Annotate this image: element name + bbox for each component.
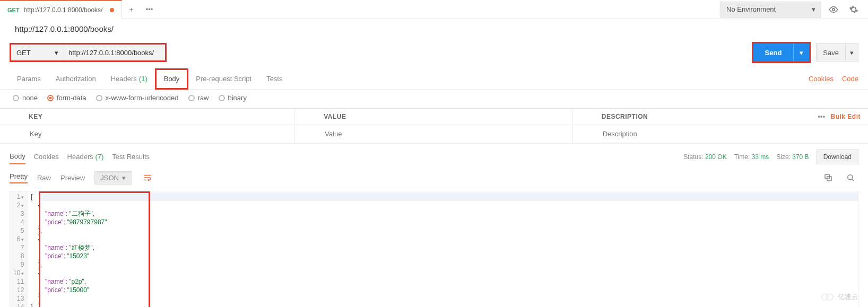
code-link[interactable]: Code — [842, 75, 858, 83]
form-data-table: KEY VALUE DESCRIPTION ••• Bulk Edit — [0, 108, 868, 143]
radio-raw[interactable]: raw — [188, 94, 209, 102]
environment-select[interactable]: No Environment ▾ — [721, 2, 821, 17]
response-tabs: Body Cookies Headers (7) Test Results St… — [0, 143, 868, 164]
settings-button[interactable] — [846, 2, 862, 17]
radio-form-data[interactable]: form-data — [47, 94, 86, 102]
new-tab-button[interactable]: ＋ — [122, 1, 140, 19]
send-caret-button[interactable]: ▾ — [793, 43, 809, 62]
tab-url: http://127.0.0.1:8000/books/ — [24, 6, 103, 14]
more-icon[interactable]: ••• — [818, 113, 825, 120]
caret-down-icon: ▾ — [122, 174, 126, 182]
method-url-group: GET ▾ — [10, 43, 167, 62]
tab-bar: GET http://127.0.0.1:8000/books/ ＋ ••• N… — [0, 0, 868, 19]
key-input[interactable] — [29, 129, 287, 138]
send-button[interactable]: Send — [753, 43, 794, 62]
resp-tab-tests[interactable]: Test Results — [112, 150, 150, 164]
viewer-pretty[interactable]: Pretty — [10, 172, 28, 183]
copy-button[interactable] — [820, 170, 836, 186]
col-desc: DESCRIPTION ••• Bulk Edit — [573, 109, 868, 125]
request-tabs: Params Authorization Headers (1) Body Pr… — [0, 68, 868, 90]
caret-down-icon: ▾ — [812, 5, 815, 13]
size-label: Size: — [776, 153, 791, 161]
wrap-lines-button[interactable] — [141, 171, 154, 184]
response-body-viewer[interactable]: 1234567891011121314 [ { "name": "二狗子", "… — [10, 191, 858, 307]
radio-none[interactable]: none — [13, 94, 38, 102]
size-value: 370 B — [792, 153, 809, 161]
save-caret-button[interactable]: ▾ — [846, 43, 858, 62]
status-value: 200 OK — [705, 153, 727, 161]
time-value: 33 ms — [752, 153, 769, 161]
col-value: VALUE — [295, 109, 573, 125]
value-input[interactable] — [324, 129, 565, 138]
save-button[interactable]: Save — [816, 43, 846, 62]
svg-point-3 — [848, 175, 853, 180]
search-button[interactable] — [843, 170, 858, 186]
caret-down-icon: ▾ — [55, 49, 58, 57]
method-select[interactable]: GET ▾ — [11, 45, 64, 60]
cookies-link[interactable]: Cookies — [809, 75, 834, 83]
headers-count: (1) — [139, 75, 147, 83]
url-bar: GET ▾ Send ▾ Save ▾ — [0, 37, 868, 68]
tab-method: GET — [7, 7, 20, 13]
body-viewer-bar: Pretty Raw Preview JSON ▾ — [0, 164, 868, 191]
resp-tab-cookies[interactable]: Cookies — [34, 150, 59, 164]
svg-point-5 — [827, 294, 833, 300]
language-select[interactable]: JSON ▾ — [94, 171, 132, 185]
method-value: GET — [16, 49, 31, 57]
request-tab[interactable]: GET http://127.0.0.1:8000/books/ — [0, 0, 122, 19]
svg-point-0 — [832, 8, 835, 11]
tab-tests[interactable]: Tests — [259, 68, 290, 90]
tab-params[interactable]: Params — [10, 68, 48, 90]
download-button[interactable]: Download — [817, 150, 858, 164]
status-label: Status: — [683, 153, 703, 161]
tab-prerequest[interactable]: Pre-request Script — [188, 68, 259, 90]
tab-more-button[interactable]: ••• — [140, 1, 158, 19]
description-input[interactable] — [602, 129, 861, 138]
body-type-radios: none form-data x-www-form-urlencoded raw… — [0, 90, 868, 108]
environment-label: No Environment — [726, 5, 776, 13]
watermark: 亿速云 — [821, 292, 858, 302]
resp-tab-headers[interactable]: Headers (7) — [67, 150, 104, 164]
viewer-raw[interactable]: Raw — [37, 174, 51, 182]
tab-headers[interactable]: Headers (1) — [103, 68, 155, 90]
response-body-code: [ { "name": "二狗子", "price": "9879797987"… — [28, 191, 858, 307]
viewer-preview[interactable]: Preview — [60, 174, 85, 182]
environment-quicklook-button[interactable] — [826, 2, 841, 17]
bulk-edit-link[interactable]: Bulk Edit — [830, 113, 861, 120]
unsaved-dot-icon — [110, 8, 114, 12]
request-title: http://127.0.0.1:8000/books/ — [0, 19, 868, 37]
radio-x-www-form-urlencoded[interactable]: x-www-form-urlencoded — [96, 94, 179, 102]
url-input[interactable] — [64, 45, 165, 60]
tab-body[interactable]: Body — [155, 68, 189, 90]
line-gutter: 1234567891011121314 — [10, 191, 28, 307]
time-label: Time: — [734, 153, 750, 161]
resp-tab-body[interactable]: Body — [10, 149, 25, 164]
tab-authorization[interactable]: Authorization — [48, 68, 103, 90]
col-key: KEY — [0, 109, 295, 125]
resp-headers-count: (7) — [95, 153, 103, 161]
send-button-group: Send ▾ — [752, 42, 811, 63]
radio-binary[interactable]: binary — [219, 94, 247, 102]
